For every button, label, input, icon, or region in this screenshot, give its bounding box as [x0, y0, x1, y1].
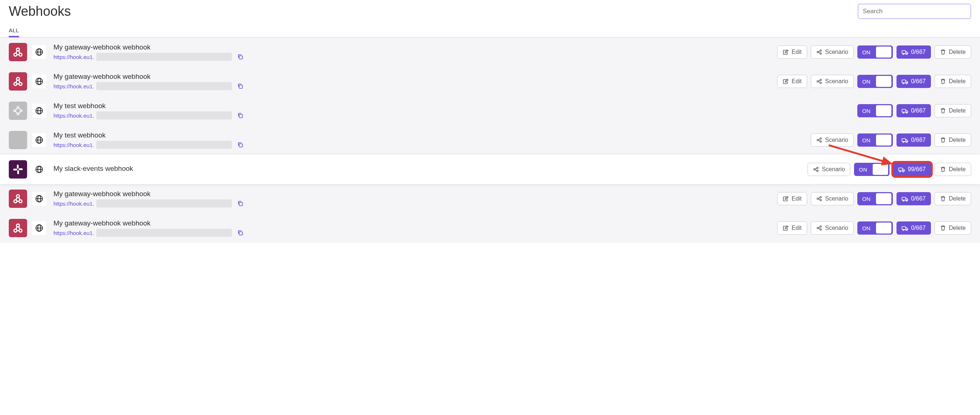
webhook-url-hidden	[96, 53, 232, 61]
webhooks-list: My gateway-webhook webhook https://hook.…	[0, 37, 980, 243]
delete-button[interactable]: Delete	[935, 163, 971, 176]
copy-url-button[interactable]	[236, 112, 244, 120]
webhook-url-row: https://hook.eu1.	[54, 229, 772, 237]
scenario-button[interactable]: Scenario	[811, 75, 854, 88]
webhook-row: My test webhook https://hook.eu1. ON 0/6…	[0, 96, 980, 125]
globe-icon	[32, 74, 46, 88]
search-input[interactable]	[858, 4, 971, 19]
tabs: ALL	[0, 19, 980, 37]
webhook-url-row: https://hook.eu1.	[54, 53, 772, 61]
webhook-url-prefix[interactable]: https://hook.eu1.	[54, 142, 94, 148]
app-icon	[9, 72, 27, 91]
globe-icon	[32, 163, 46, 176]
delete-button[interactable]: Delete	[935, 45, 971, 59]
webhook-info: My slack-events webhook	[51, 164, 802, 174]
row-actions: Edit Scenario ON 0/667 Delete	[777, 222, 971, 235]
webhook-info: My test webhook https://hook.eu1.	[51, 131, 806, 149]
enable-toggle[interactable]: ON	[858, 104, 893, 117]
delete-button[interactable]: Delete	[935, 222, 971, 235]
queue-button[interactable]: 99/667	[893, 163, 931, 176]
webhook-name: My gateway-webhook webhook	[54, 190, 772, 198]
webhook-row: My gateway-webhook webhook https://hook.…	[0, 184, 980, 213]
queue-button[interactable]: 0/667	[897, 222, 931, 235]
webhook-name: My gateway-webhook webhook	[54, 73, 772, 81]
app-icon	[9, 219, 27, 237]
enable-toggle[interactable]: ON	[858, 45, 893, 59]
webhook-url-hidden	[96, 229, 232, 237]
scenario-button[interactable]: Scenario	[811, 222, 854, 235]
globe-icon	[32, 104, 46, 118]
copy-url-button[interactable]	[236, 82, 244, 90]
webhook-name: My test webhook	[54, 131, 806, 139]
webhook-url-prefix[interactable]: https://hook.eu1.	[54, 83, 94, 89]
queue-button[interactable]: 0/667	[897, 192, 931, 205]
row-actions: Edit Scenario ON 0/667 Delete	[777, 75, 971, 88]
row-actions: Scenario ON 0/667 Delete	[811, 133, 971, 147]
webhook-row: My gateway-webhook webhook https://hook.…	[0, 67, 980, 96]
webhook-info: My gateway-webhook webhook https://hook.…	[51, 219, 772, 237]
edit-button[interactable]: Edit	[777, 45, 807, 59]
app-icon	[9, 160, 27, 179]
edit-button[interactable]: Edit	[777, 75, 807, 88]
webhook-url-hidden	[96, 200, 232, 208]
webhook-name: My gateway-webhook webhook	[54, 43, 772, 51]
queue-button[interactable]: 0/667	[897, 75, 931, 88]
webhook-url-row: https://hook.eu1.	[54, 82, 772, 90]
webhook-name: My slack-events webhook	[54, 164, 802, 173]
webhook-url-prefix[interactable]: https://hook.eu1.	[54, 201, 94, 207]
webhook-row: My test webhook https://hook.eu1. Scenar…	[0, 125, 980, 155]
globe-icon	[32, 221, 46, 235]
scenario-button[interactable]: Scenario	[811, 45, 854, 59]
webhook-url-row: https://hook.eu1.	[54, 141, 806, 149]
webhook-name: My gateway-webhook webhook	[54, 219, 772, 227]
copy-url-button[interactable]	[236, 53, 244, 61]
webhook-url-row: https://hook.eu1.	[54, 200, 772, 208]
webhook-row: My slack-events webhook Scenario ON 99/6…	[0, 155, 980, 184]
delete-button[interactable]: Delete	[935, 75, 971, 88]
webhook-info: My gateway-webhook webhook https://hook.…	[51, 73, 772, 90]
webhook-info: My gateway-webhook webhook https://hook.…	[51, 43, 772, 61]
delete-button[interactable]: Delete	[935, 192, 971, 205]
webhook-info: My test webhook https://hook.eu1.	[51, 102, 852, 120]
webhook-info: My gateway-webhook webhook https://hook.…	[51, 190, 772, 208]
webhook-url-prefix[interactable]: https://hook.eu1.	[54, 230, 94, 236]
webhook-url-hidden	[96, 112, 232, 120]
webhook-row: My gateway-webhook webhook https://hook.…	[0, 37, 980, 67]
enable-toggle[interactable]: ON	[854, 163, 889, 176]
globe-icon	[32, 45, 46, 59]
edit-button[interactable]: Edit	[777, 192, 807, 205]
scenario-button[interactable]: Scenario	[808, 163, 850, 176]
globe-icon	[32, 133, 46, 147]
delete-button[interactable]: Delete	[935, 104, 971, 117]
app-icon	[9, 102, 27, 120]
globe-icon	[32, 192, 46, 206]
tab-all[interactable]: ALL	[9, 27, 19, 37]
row-actions: Scenario ON 99/667 Delete	[808, 163, 971, 176]
webhook-name: My test webhook	[54, 102, 852, 110]
scenario-button[interactable]: Scenario	[811, 133, 854, 147]
webhook-url-hidden	[96, 141, 232, 149]
row-actions: Edit Scenario ON 0/667 Delete	[777, 192, 971, 205]
row-actions: ON 0/667 Delete	[858, 104, 971, 117]
page-title: Webhooks	[9, 4, 71, 19]
delete-button[interactable]: Delete	[935, 133, 971, 147]
webhook-url-prefix[interactable]: https://hook.eu1.	[54, 54, 94, 60]
app-icon	[9, 131, 27, 149]
queue-button[interactable]: 0/667	[897, 45, 931, 59]
enable-toggle[interactable]: ON	[858, 222, 893, 235]
enable-toggle[interactable]: ON	[858, 133, 893, 147]
enable-toggle[interactable]: ON	[858, 75, 893, 88]
webhook-row: My gateway-webhook webhook https://hook.…	[0, 213, 980, 243]
copy-url-button[interactable]	[236, 200, 244, 208]
queue-button[interactable]: 0/667	[897, 133, 931, 147]
copy-url-button[interactable]	[236, 229, 244, 237]
queue-button[interactable]: 0/667	[897, 104, 931, 117]
webhook-url-prefix[interactable]: https://hook.eu1.	[54, 113, 94, 119]
enable-toggle[interactable]: ON	[858, 192, 893, 205]
webhook-url-hidden	[96, 82, 232, 90]
webhook-url-row: https://hook.eu1.	[54, 112, 852, 120]
app-icon	[9, 190, 27, 208]
edit-button[interactable]: Edit	[777, 222, 807, 235]
scenario-button[interactable]: Scenario	[811, 192, 854, 205]
copy-url-button[interactable]	[236, 141, 244, 149]
